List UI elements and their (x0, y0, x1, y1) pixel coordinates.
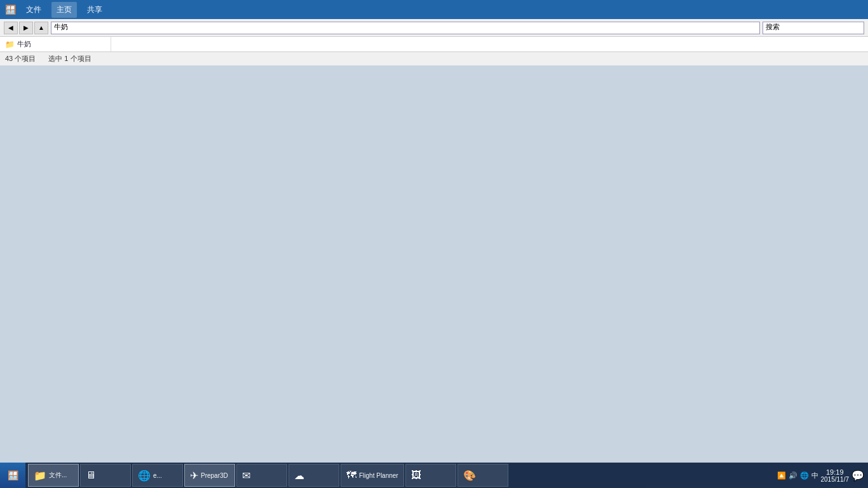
taskbar-icon-4: ✉ (242, 470, 250, 482)
statusbar: 43 个项目 选中 1 个项目 (0, 51, 868, 65)
start-button[interactable]: 🪟 (0, 463, 25, 488)
folder-icon: 📁 (5, 40, 15, 49)
clock-time: 19:19 (821, 468, 850, 476)
sidebar-item-1[interactable]: 📁 牛奶 (0, 37, 111, 51)
sys-tray-icon-2: 🔊 (789, 471, 797, 480)
taskbar-item-5[interactable]: ☁ (288, 464, 339, 487)
windows-icon: 🪟 (5, 4, 16, 15)
tab-file[interactable]: 文件 (21, 2, 46, 18)
taskbar-label-6: Flight Planner (359, 472, 398, 479)
taskbar-item-8[interactable]: 🎨 (458, 464, 508, 487)
tab-share[interactable]: 共享 (82, 2, 107, 18)
back-button[interactable]: ◀ (4, 22, 18, 34)
address-input[interactable]: 牛奶 (51, 22, 760, 34)
sys-tray-icon-3: 🌐 (800, 471, 809, 480)
taskbar-item-4[interactable]: ✉ (236, 464, 287, 487)
search-input[interactable]: 搜索 (763, 22, 864, 34)
taskbar-icon-7: 🖼 (411, 470, 421, 481)
taskbar-icon-1: 🖥 (86, 470, 96, 481)
win-taskbar: 🪟 📁 文件... 🖥 🌐 e... ✈ Prepar3D ✉ ☁ 🗺 Flig… (0, 463, 868, 488)
items-count: 43 个项目 (5, 54, 36, 64)
taskbar-icon-5: ☁ (294, 470, 304, 482)
taskbar-icon-8: 🎨 (463, 470, 476, 482)
taskbar-right: 🔼 🔊 🌐 中 19:19 2015/11/7 💬 (773, 468, 869, 483)
content-pane: Prepar3D® Scenario Setup ─ □ ✕ Vehicle: … (111, 37, 868, 51)
selected-count: 选中 1 个项目 (48, 54, 91, 64)
taskbar-item-1[interactable]: 🖥 (80, 464, 131, 487)
taskbar-label-0: 文件... (49, 471, 67, 480)
taskbar-icon-0: 📁 (34, 470, 46, 482)
taskbar-label-2: e... (153, 472, 162, 479)
taskbar-icon-6: 🗺 (346, 470, 356, 481)
taskbar-clock[interactable]: 19:19 2015/11/7 (821, 468, 850, 483)
taskbar-icon-3: ✈ (190, 470, 198, 482)
sidebar: 📁 牛奶 (0, 37, 111, 51)
taskbar-item-6[interactable]: 🗺 Flight Planner (341, 464, 404, 487)
sidebar-label-1: 牛奶 (17, 39, 31, 49)
taskbar-item-7[interactable]: 🖼 (405, 464, 456, 487)
taskbar-icon-2: 🌐 (138, 470, 151, 482)
sys-tray: 🔼 🔊 🌐 中 (777, 471, 818, 480)
clock-date: 2015/11/7 (821, 476, 850, 483)
notification-button[interactable]: 💬 (851, 470, 864, 482)
taskbar-item-3[interactable]: ✈ Prepar3D (184, 464, 235, 487)
tab-home[interactable]: 主页 (51, 2, 77, 18)
nav-buttons: ◀ ▶ ▲ (4, 22, 48, 34)
taskbar-items: 📁 文件... 🖥 🌐 e... ✈ Prepar3D ✉ ☁ 🗺 Flight… (25, 464, 773, 487)
taskbar-item-0[interactable]: 📁 文件... (28, 464, 79, 487)
taskbar-label-3: Prepar3D (201, 472, 228, 479)
main-area: 📁 牛奶 Prepar3D® Scenario Setup ─ □ ✕ (0, 37, 868, 51)
taskbar-item-2[interactable]: 🌐 e... (132, 464, 183, 487)
windows-top-bar: 🪟 文件 主页 共享 (0, 0, 868, 19)
addressbar: ◀ ▶ ▲ 牛奶 搜索 (0, 19, 868, 37)
sys-tray-icon-1: 🔼 (777, 471, 786, 480)
up-button[interactable]: ▲ (34, 22, 48, 34)
sys-tray-icon-4: 中 (811, 471, 818, 480)
forward-button[interactable]: ▶ (19, 22, 33, 34)
